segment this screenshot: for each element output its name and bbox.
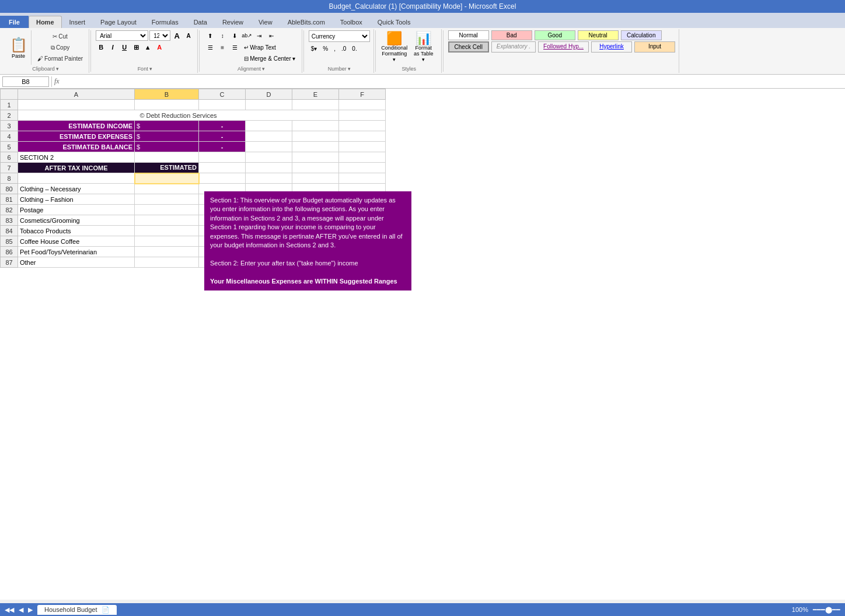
- tab-insert[interactable]: Insert: [62, 16, 93, 28]
- number-format-select[interactable]: Currency: [309, 30, 370, 42]
- cell-B4[interactable]: $: [135, 131, 199, 142]
- cell-A6[interactable]: SECTION 2: [18, 152, 135, 163]
- copy-button[interactable]: ⧉ Copy: [35, 43, 85, 53]
- italic-button[interactable]: I: [107, 42, 118, 52]
- cell-A82[interactable]: Postage: [18, 205, 135, 215]
- cell-A83[interactable]: Cosmetics/Grooming: [18, 215, 135, 226]
- cell-A3[interactable]: ESTIMATED INCOME: [18, 121, 135, 131]
- style-bad[interactable]: Bad: [491, 30, 532, 40]
- font-color-button[interactable]: A: [154, 42, 165, 52]
- col-header-F[interactable]: F: [339, 89, 386, 100]
- number-expand-icon[interactable]: ▾: [348, 66, 351, 72]
- cell-B84[interactable]: [135, 226, 199, 236]
- decrease-decimal-btn[interactable]: 0.: [350, 43, 359, 54]
- spreadsheet-container[interactable]: A B C D E F 1 2 © Debt Reducti: [0, 89, 845, 600]
- cell-B82[interactable]: [135, 205, 199, 215]
- cell-F4[interactable]: [339, 131, 386, 142]
- font-name-select[interactable]: Arial: [96, 30, 148, 41]
- cell-A2-merged[interactable]: © Debt Reduction Services: [18, 110, 339, 121]
- increase-font-button[interactable]: A: [172, 30, 182, 41]
- underline-button[interactable]: U: [119, 42, 130, 52]
- align-right-button[interactable]: ☰: [229, 42, 240, 52]
- cell-E4[interactable]: [292, 131, 339, 142]
- cell-B6[interactable]: [135, 152, 199, 163]
- col-header-A[interactable]: A: [18, 89, 135, 100]
- cell-A85[interactable]: Coffee House Coffee: [18, 236, 135, 247]
- format-painter-button[interactable]: 🖌 Format Painter: [35, 54, 85, 64]
- clipboard-expand-icon[interactable]: ▾: [56, 66, 59, 72]
- currency-btn[interactable]: $▾: [309, 43, 320, 54]
- cell-A80[interactable]: Clothing – Necessary: [18, 184, 135, 194]
- align-left-button[interactable]: ☰: [204, 42, 216, 52]
- cell-A5[interactable]: ESTIMATED BALANCE: [18, 142, 135, 152]
- cell-A84[interactable]: Tobacco Products: [18, 226, 135, 236]
- paste-button[interactable]: 📋 Paste: [6, 30, 32, 65]
- cell-A7[interactable]: AFTER TAX INCOME: [18, 163, 135, 173]
- bold-button[interactable]: B: [96, 42, 106, 52]
- cell-C3[interactable]: -: [199, 121, 246, 131]
- cell-F2[interactable]: [339, 110, 386, 121]
- increase-decimal-btn[interactable]: .0: [339, 43, 348, 54]
- name-box[interactable]: [2, 76, 49, 87]
- cell-B85[interactable]: [135, 236, 199, 247]
- align-top-button[interactable]: ⬆: [204, 30, 216, 41]
- tab-quicktools[interactable]: Quick Tools: [370, 16, 418, 28]
- merge-dropdown-icon[interactable]: ▾: [292, 55, 295, 62]
- cell-B81[interactable]: [135, 194, 199, 205]
- cell-E1[interactable]: [292, 100, 339, 110]
- tab-view[interactable]: View: [251, 16, 280, 28]
- cell-A87[interactable]: Other: [18, 257, 135, 268]
- style-explanatory[interactable]: Explanatory .: [491, 41, 536, 52]
- col-header-B[interactable]: B: [135, 89, 199, 100]
- comma-btn[interactable]: ,: [331, 43, 338, 54]
- format-as-table-button[interactable]: 📊 Formatas Table ▾: [410, 30, 438, 64]
- cell-B87[interactable]: [135, 257, 199, 268]
- align-bottom-button[interactable]: ⬇: [229, 30, 240, 41]
- cell-F1[interactable]: [339, 100, 386, 110]
- cell-B83[interactable]: [135, 215, 199, 226]
- tab-data[interactable]: Data: [186, 16, 215, 28]
- style-hyperlink[interactable]: Hyperlink: [591, 41, 632, 52]
- align-middle-button[interactable]: ↕: [217, 30, 228, 41]
- rotate-text-button[interactable]: ab↗: [241, 30, 253, 41]
- cell-C4[interactable]: -: [199, 131, 246, 142]
- cell-C5[interactable]: -: [199, 142, 246, 152]
- style-good[interactable]: Good: [535, 30, 575, 40]
- style-check-cell[interactable]: Check Cell: [448, 41, 489, 52]
- style-input[interactable]: Input: [634, 41, 675, 52]
- cell-D7[interactable]: [246, 163, 292, 173]
- fill-color-button[interactable]: ▲: [142, 42, 153, 52]
- col-header-E[interactable]: E: [292, 89, 339, 100]
- cell-A81[interactable]: Clothing – Fashion: [18, 194, 135, 205]
- format-table-dropdown-icon[interactable]: ▾: [422, 57, 425, 62]
- cell-E6[interactable]: [292, 152, 339, 163]
- col-header-C[interactable]: C: [199, 89, 246, 100]
- cond-format-dropdown-icon[interactable]: ▾: [393, 57, 396, 62]
- font-size-select[interactable]: 12: [149, 30, 170, 41]
- cell-D6[interactable]: [246, 152, 292, 163]
- cell-B86[interactable]: [135, 247, 199, 257]
- style-calculation[interactable]: Calculation: [621, 30, 662, 40]
- cell-C1[interactable]: [199, 100, 246, 110]
- cell-F3[interactable]: [339, 121, 386, 131]
- tab-toolbox[interactable]: Toolbox: [333, 16, 370, 28]
- conditional-formatting-button[interactable]: 🟧 ConditionalFormatting ▾: [380, 30, 408, 64]
- cell-A1[interactable]: [18, 100, 135, 110]
- cell-F6[interactable]: [339, 152, 386, 163]
- outdent-button[interactable]: ⇤: [266, 30, 277, 41]
- cell-D3[interactable]: [246, 121, 292, 131]
- font-expand-icon[interactable]: ▾: [149, 66, 152, 72]
- align-center-button[interactable]: ≡: [217, 42, 228, 52]
- cell-A8[interactable]: [18, 173, 135, 184]
- merge-center-button[interactable]: ⊟ Merge & Center ▾: [241, 53, 298, 64]
- cell-D1[interactable]: [246, 100, 292, 110]
- tab-formulas[interactable]: Formulas: [144, 16, 186, 28]
- cell-A4[interactable]: ESTIMATED EXPENSES: [18, 131, 135, 142]
- alignment-expand-icon[interactable]: ▾: [262, 66, 265, 72]
- col-header-D[interactable]: D: [246, 89, 292, 100]
- cell-D4[interactable]: [246, 131, 292, 142]
- tab-file[interactable]: File: [0, 16, 29, 28]
- percent-btn[interactable]: %: [320, 43, 330, 54]
- style-neutral[interactable]: Neutral: [578, 30, 619, 40]
- wrap-text-button[interactable]: ↵ Wrap Text: [241, 42, 298, 52]
